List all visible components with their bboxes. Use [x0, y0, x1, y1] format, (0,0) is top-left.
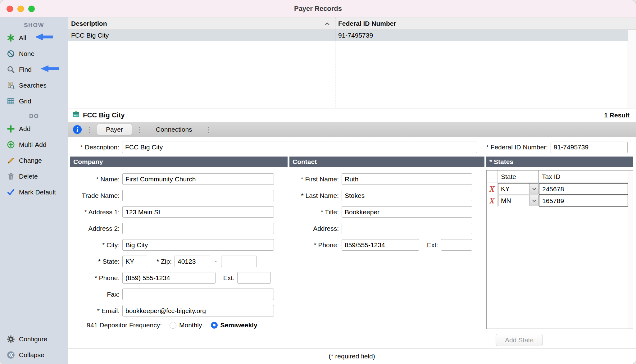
zip-separator: - [215, 258, 217, 265]
minimize-window-button[interactable] [17, 6, 24, 12]
federal-id-label: * Federal ID Number: [486, 143, 551, 151]
states-row: X MN 16578 [487, 195, 633, 207]
states-taxid-column-header: Tax ID [539, 171, 628, 183]
radio-semiweekly-label: Semiweekly [220, 321, 257, 329]
federal-id-input[interactable] [551, 142, 628, 153]
search-icon [7, 65, 15, 74]
fax-input[interactable] [122, 289, 274, 300]
address2-input[interactable] [122, 223, 274, 234]
pencil-icon [7, 156, 15, 165]
zip-plus4-input[interactable] [221, 256, 257, 267]
drag-handle-icon[interactable]: ⋮ [135, 126, 144, 134]
radio-button-checked-icon [211, 322, 218, 329]
radio-monthly[interactable]: Monthly [170, 321, 202, 329]
company-ext-input[interactable] [237, 272, 271, 284]
states-state-column-header: State [498, 171, 539, 183]
close-window-button[interactable] [7, 6, 13, 12]
collapse-chevrons-icon [7, 351, 15, 359]
payer-icon [72, 111, 80, 120]
contact-phone-input[interactable] [342, 239, 419, 251]
chevron-down-icon[interactable] [529, 184, 538, 194]
last-name-label: * Last Name: [289, 192, 342, 199]
sidebar-item-label: Mark Default [19, 189, 56, 196]
contact-title-input[interactable] [342, 206, 472, 218]
sidebar-item-change[interactable]: Change [0, 152, 68, 168]
company-ext-label: Ext: [216, 274, 237, 282]
company-section: Company * Name: Trade Name: * Address 1: [70, 157, 288, 329]
table-header-row: Description Federal ID Number [68, 17, 636, 30]
company-phone-label: * Phone: [70, 274, 122, 282]
sidebar-item-grid[interactable]: Grid [0, 93, 68, 109]
table-row[interactable]: FCC Big City 91-7495739 [68, 30, 636, 41]
company-name-input[interactable] [122, 173, 274, 185]
radio-semiweekly[interactable]: Semiweekly [211, 321, 257, 329]
city-input[interactable] [122, 239, 274, 251]
zip-input[interactable] [175, 256, 210, 267]
sidebar-item-none[interactable]: None [0, 46, 68, 61]
contact-address-input[interactable] [342, 223, 472, 234]
states-row: X KY 24567 [487, 183, 633, 195]
table-row-empty[interactable] [68, 41, 636, 52]
sidebar-item-label: Delete [19, 173, 38, 180]
sidebar-item-label: None [19, 50, 34, 57]
trade-name-input[interactable] [122, 190, 274, 201]
sidebar-item-label: All [19, 34, 26, 42]
info-icon[interactable]: i [73, 125, 82, 134]
contact-title-label: * Title: [289, 208, 342, 216]
column-header-description[interactable]: Description [68, 17, 335, 30]
sidebar-item-searches[interactable]: Searches [0, 77, 68, 93]
address1-input[interactable] [122, 206, 274, 218]
first-name-input[interactable] [342, 173, 472, 185]
contact-ext-input[interactable] [441, 239, 472, 251]
table-row-empty[interactable] [68, 52, 636, 63]
delete-state-button[interactable]: X [487, 195, 498, 207]
table-row-empty[interactable] [68, 97, 636, 108]
description-input[interactable] [122, 142, 477, 153]
sidebar-item-collapse[interactable]: Collapse [0, 347, 68, 363]
plus-icon [7, 125, 15, 133]
sidebar-item-delete[interactable]: Delete [0, 168, 68, 184]
traffic-lights [7, 0, 35, 17]
radio-button-icon [170, 322, 176, 329]
table-row-empty[interactable] [68, 86, 636, 97]
column-header-federal-id[interactable]: Federal ID Number [335, 20, 636, 27]
sidebar-item-all[interactable]: All [0, 30, 68, 46]
states-scrollbar[interactable] [628, 171, 633, 329]
description-row: * Description: * Federal ID Number: [68, 141, 636, 153]
company-phone-input[interactable] [122, 272, 216, 284]
sidebar-item-label: Add [19, 125, 30, 133]
zoom-window-button[interactable] [28, 6, 35, 12]
sidebar-item-find[interactable]: Find [0, 61, 68, 77]
table-row-empty[interactable] [68, 63, 636, 75]
drag-handle-icon[interactable]: ⋮ [204, 126, 213, 134]
tax-id-cell[interactable]: 165789 [539, 195, 628, 207]
sidebar-item-add[interactable]: Add [0, 121, 68, 137]
sidebar-item-label: Configure [19, 335, 47, 343]
sort-ascending-icon [325, 20, 330, 27]
state-input[interactable] [122, 256, 147, 267]
table-scrollbar[interactable] [628, 30, 636, 108]
tax-id-cell[interactable]: 245678 [539, 183, 628, 195]
email-label: * Email: [70, 307, 122, 315]
drag-handle-icon[interactable]: ⋮ [84, 126, 94, 134]
sidebar-item-configure[interactable]: Configure [0, 331, 68, 347]
last-name-input[interactable] [342, 190, 472, 201]
chevron-down-icon[interactable] [529, 195, 538, 206]
asterisk-icon [7, 34, 15, 42]
result-count: 1 Result [604, 111, 629, 119]
sidebar-item-mark-default[interactable]: Mark Default [0, 184, 68, 200]
email-input[interactable] [122, 305, 274, 316]
trade-name-label: Trade Name: [70, 192, 122, 199]
tab-payer[interactable]: Payer [97, 124, 132, 135]
state-dropdown[interactable]: MN [498, 195, 538, 206]
cell-federal-id: 91-7495739 [335, 32, 636, 39]
sidebar-item-multi-add[interactable]: Multi-Add [0, 137, 68, 152]
contact-section: Contact * First Name: * Last Name: * Tit… [289, 157, 484, 251]
state-dropdown[interactable]: KY [498, 183, 538, 194]
delete-state-button[interactable]: X [487, 183, 498, 195]
tab-connections[interactable]: Connections [147, 124, 201, 135]
address1-label: * Address 1: [70, 208, 122, 216]
table-row-empty[interactable] [68, 75, 636, 86]
sidebar-item-label: Collapse [19, 351, 44, 359]
add-state-button[interactable]: Add State [496, 334, 543, 346]
